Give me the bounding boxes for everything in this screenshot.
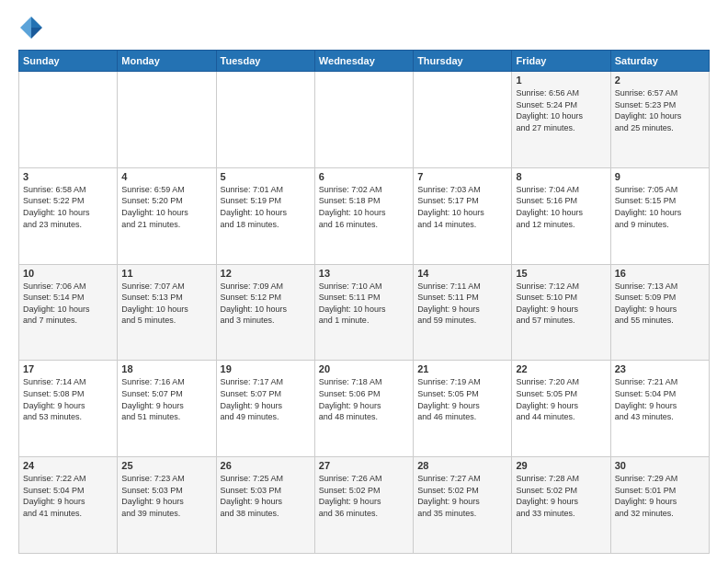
- weekday-row: SundayMondayTuesdayWednesdayThursdayFrid…: [19, 51, 710, 72]
- calendar-cell: 15Sunrise: 7:12 AM Sunset: 5:10 PM Dayli…: [512, 264, 610, 361]
- day-info: Sunrise: 7:12 AM Sunset: 5:10 PM Dayligh…: [516, 281, 606, 327]
- weekday-header-wednesday: Wednesday: [314, 51, 413, 72]
- calendar-cell: 12Sunrise: 7:09 AM Sunset: 5:12 PM Dayli…: [216, 264, 314, 361]
- day-info: Sunrise: 7:29 AM Sunset: 5:01 PM Dayligh…: [615, 473, 705, 519]
- day-number: 18: [121, 363, 211, 374]
- calendar-cell: [19, 72, 118, 168]
- weekday-header-thursday: Thursday: [414, 51, 512, 72]
- day-number: 20: [319, 363, 409, 374]
- weekday-header-friday: Friday: [512, 51, 610, 72]
- calendar-cell: 25Sunrise: 7:23 AM Sunset: 5:03 PM Dayli…: [118, 457, 216, 554]
- weekday-header-tuesday: Tuesday: [216, 51, 314, 72]
- day-info: Sunrise: 7:02 AM Sunset: 5:18 PM Dayligh…: [319, 184, 409, 230]
- day-info: Sunrise: 7:19 AM Sunset: 5:05 PM Dayligh…: [417, 376, 507, 422]
- day-info: Sunrise: 7:04 AM Sunset: 5:16 PM Dayligh…: [516, 184, 606, 230]
- calendar-week-2: 3Sunrise: 6:58 AM Sunset: 5:22 PM Daylig…: [19, 167, 710, 264]
- calendar-cell: 2Sunrise: 6:57 AM Sunset: 5:23 PM Daylig…: [610, 72, 709, 168]
- calendar-cell: 5Sunrise: 7:01 AM Sunset: 5:19 PM Daylig…: [216, 167, 314, 264]
- day-number: 25: [121, 460, 211, 471]
- calendar-cell: 4Sunrise: 6:59 AM Sunset: 5:20 PM Daylig…: [118, 167, 216, 264]
- day-number: 21: [417, 363, 507, 374]
- logo-icon: [18, 15, 44, 40]
- header: [18, 15, 710, 40]
- calendar-cell: 29Sunrise: 7:28 AM Sunset: 5:02 PM Dayli…: [512, 457, 610, 554]
- day-info: Sunrise: 7:11 AM Sunset: 5:11 PM Dayligh…: [417, 281, 507, 327]
- day-info: Sunrise: 7:01 AM Sunset: 5:19 PM Dayligh…: [221, 184, 311, 230]
- day-number: 12: [221, 268, 311, 279]
- day-info: Sunrise: 7:07 AM Sunset: 5:13 PM Dayligh…: [121, 281, 211, 327]
- calendar-cell: 3Sunrise: 6:58 AM Sunset: 5:22 PM Daylig…: [19, 167, 118, 264]
- day-number: 4: [121, 171, 211, 182]
- day-info: Sunrise: 7:28 AM Sunset: 5:02 PM Dayligh…: [516, 473, 606, 519]
- calendar-cell: 11Sunrise: 7:07 AM Sunset: 5:13 PM Dayli…: [118, 264, 216, 361]
- day-info: Sunrise: 7:23 AM Sunset: 5:03 PM Dayligh…: [121, 473, 211, 519]
- day-number: 9: [615, 171, 705, 182]
- calendar-week-4: 17Sunrise: 7:14 AM Sunset: 5:08 PM Dayli…: [19, 361, 710, 457]
- day-info: Sunrise: 7:18 AM Sunset: 5:06 PM Dayligh…: [319, 376, 409, 422]
- calendar-cell: 14Sunrise: 7:11 AM Sunset: 5:11 PM Dayli…: [414, 264, 512, 361]
- day-info: Sunrise: 7:16 AM Sunset: 5:07 PM Dayligh…: [121, 376, 211, 422]
- calendar-cell: 30Sunrise: 7:29 AM Sunset: 5:01 PM Dayli…: [610, 457, 709, 554]
- calendar-cell: 17Sunrise: 7:14 AM Sunset: 5:08 PM Dayli…: [19, 361, 118, 457]
- day-info: Sunrise: 7:17 AM Sunset: 5:07 PM Dayligh…: [221, 376, 311, 422]
- calendar-cell: 20Sunrise: 7:18 AM Sunset: 5:06 PM Dayli…: [314, 361, 413, 457]
- calendar-week-3: 10Sunrise: 7:06 AM Sunset: 5:14 PM Dayli…: [19, 264, 710, 361]
- calendar-cell: [216, 72, 314, 168]
- day-number: 6: [319, 171, 409, 182]
- calendar-cell: 24Sunrise: 7:22 AM Sunset: 5:04 PM Dayli…: [19, 457, 118, 554]
- page: SundayMondayTuesdayWednesdayThursdayFrid…: [0, 0, 728, 563]
- day-info: Sunrise: 6:58 AM Sunset: 5:22 PM Dayligh…: [23, 184, 113, 230]
- day-info: Sunrise: 7:13 AM Sunset: 5:09 PM Dayligh…: [615, 281, 705, 327]
- calendar-table: SundayMondayTuesdayWednesdayThursdayFrid…: [18, 50, 710, 554]
- logo: [18, 15, 48, 40]
- day-number: 17: [23, 363, 113, 374]
- calendar-cell: 26Sunrise: 7:25 AM Sunset: 5:03 PM Dayli…: [216, 457, 314, 554]
- weekday-header-monday: Monday: [118, 51, 216, 72]
- calendar-cell: 1Sunrise: 6:56 AM Sunset: 5:24 PM Daylig…: [512, 72, 610, 168]
- day-number: 16: [615, 268, 705, 279]
- calendar-cell: 16Sunrise: 7:13 AM Sunset: 5:09 PM Dayli…: [610, 264, 709, 361]
- day-info: Sunrise: 6:56 AM Sunset: 5:24 PM Dayligh…: [516, 87, 606, 133]
- day-number: 8: [516, 171, 606, 182]
- day-info: Sunrise: 7:06 AM Sunset: 5:14 PM Dayligh…: [23, 281, 113, 327]
- day-info: Sunrise: 7:27 AM Sunset: 5:02 PM Dayligh…: [417, 473, 507, 519]
- day-info: Sunrise: 7:05 AM Sunset: 5:15 PM Dayligh…: [615, 184, 705, 230]
- calendar-week-5: 24Sunrise: 7:22 AM Sunset: 5:04 PM Dayli…: [19, 457, 710, 554]
- day-number: 23: [615, 363, 705, 374]
- day-number: 15: [516, 268, 606, 279]
- day-number: 19: [221, 363, 311, 374]
- calendar-cell: 13Sunrise: 7:10 AM Sunset: 5:11 PM Dayli…: [314, 264, 413, 361]
- day-number: 11: [121, 268, 211, 279]
- calendar-cell: [414, 72, 512, 168]
- calendar-cell: 23Sunrise: 7:21 AM Sunset: 5:04 PM Dayli…: [610, 361, 709, 457]
- day-info: Sunrise: 7:10 AM Sunset: 5:11 PM Dayligh…: [319, 281, 409, 327]
- calendar-cell: 27Sunrise: 7:26 AM Sunset: 5:02 PM Dayli…: [314, 457, 413, 554]
- calendar-cell: 18Sunrise: 7:16 AM Sunset: 5:07 PM Dayli…: [118, 361, 216, 457]
- day-number: 14: [417, 268, 507, 279]
- calendar-cell: 22Sunrise: 7:20 AM Sunset: 5:05 PM Dayli…: [512, 361, 610, 457]
- day-number: 27: [319, 460, 409, 471]
- day-number: 10: [23, 268, 113, 279]
- day-number: 29: [516, 460, 606, 471]
- calendar-cell: 19Sunrise: 7:17 AM Sunset: 5:07 PM Dayli…: [216, 361, 314, 457]
- calendar-body: 1Sunrise: 6:56 AM Sunset: 5:24 PM Daylig…: [19, 72, 710, 554]
- calendar-cell: [314, 72, 413, 168]
- calendar-cell: 28Sunrise: 7:27 AM Sunset: 5:02 PM Dayli…: [414, 457, 512, 554]
- calendar-cell: 6Sunrise: 7:02 AM Sunset: 5:18 PM Daylig…: [314, 167, 413, 264]
- day-number: 3: [23, 171, 113, 182]
- day-number: 30: [615, 460, 705, 471]
- day-number: 13: [319, 268, 409, 279]
- day-info: Sunrise: 7:14 AM Sunset: 5:08 PM Dayligh…: [23, 376, 113, 422]
- day-number: 26: [221, 460, 311, 471]
- day-info: Sunrise: 7:25 AM Sunset: 5:03 PM Dayligh…: [221, 473, 311, 519]
- calendar-cell: 21Sunrise: 7:19 AM Sunset: 5:05 PM Dayli…: [414, 361, 512, 457]
- day-number: 24: [23, 460, 113, 471]
- day-info: Sunrise: 7:26 AM Sunset: 5:02 PM Dayligh…: [319, 473, 409, 519]
- day-number: 2: [615, 75, 705, 86]
- day-number: 22: [516, 363, 606, 374]
- svg-marker-1: [31, 28, 42, 39]
- day-number: 7: [417, 171, 507, 182]
- calendar-week-1: 1Sunrise: 6:56 AM Sunset: 5:24 PM Daylig…: [19, 72, 710, 168]
- day-info: Sunrise: 7:03 AM Sunset: 5:17 PM Dayligh…: [417, 184, 507, 230]
- calendar-cell: [118, 72, 216, 168]
